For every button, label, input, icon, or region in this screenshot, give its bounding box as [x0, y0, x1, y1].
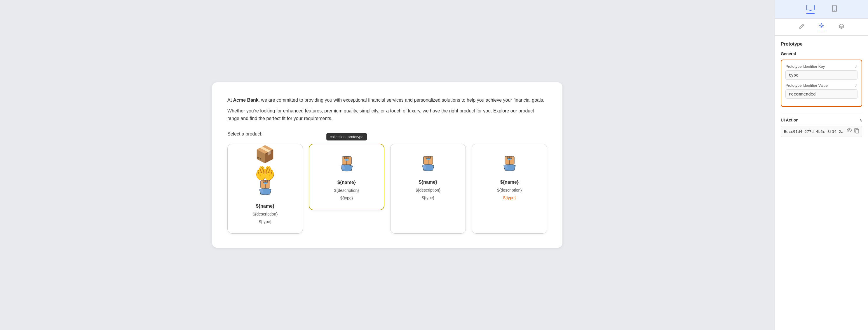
- svg-point-23: [849, 130, 850, 131]
- prototype-box: Prototype Identifier Key ⤢ type Prototyp…: [781, 60, 862, 107]
- svg-rect-7: [345, 159, 348, 161]
- svg-rect-3: [264, 182, 267, 184]
- ui-action-collapse-icon[interactable]: ∧: [859, 118, 862, 122]
- svg-point-21: [834, 10, 834, 11]
- ui-action-title: UI Action: [781, 118, 799, 122]
- svg-rect-16: [807, 5, 814, 10]
- product-emoji-2: [336, 154, 357, 177]
- mobile-tab[interactable]: [832, 5, 837, 13]
- svg-rect-24: [856, 129, 859, 133]
- product-name-2: ${name}: [337, 180, 356, 185]
- right-sidebar: Prototype General Prototype Identifier K…: [775, 0, 868, 330]
- products-grid: 📦🤲 ${name} ${description} ${type}: [227, 144, 547, 234]
- copy-icon[interactable]: [854, 128, 859, 134]
- intro-text-2: Whether you're looking for enhanced feat…: [227, 107, 547, 122]
- product-icon-1: 📦🤲: [255, 153, 276, 174]
- product-desc-4: ${description}: [497, 188, 522, 192]
- product-type-1: ${type}: [259, 219, 272, 224]
- product-emoji-3: [417, 153, 439, 177]
- sidebar-content: Prototype General Prototype Identifier K…: [775, 36, 868, 330]
- svg-point-22: [821, 25, 823, 27]
- sidebar-icon-row: [775, 19, 868, 36]
- ui-action-id: Becc91d4-277d-4b5c-8f34-27...: [784, 129, 844, 134]
- layers-icon[interactable]: [839, 23, 844, 31]
- prototype-value-label: Prototype Identifier Value ⤢: [785, 83, 858, 88]
- product-name-1: ${name}: [256, 204, 274, 209]
- selected-wrapper: collection_prototype ${name} ${de: [309, 144, 384, 234]
- content-card: At Acme Bank, we are committed to provid…: [212, 82, 562, 248]
- product-name-4: ${name}: [500, 180, 519, 185]
- product-desc-2: ${description}: [334, 188, 359, 193]
- general-title: General: [781, 51, 862, 56]
- product-type-3: ${type}: [422, 196, 435, 200]
- ui-action-icons: [847, 128, 859, 134]
- product-card-3[interactable]: ${name} ${description} ${type}: [390, 144, 466, 234]
- product-card-4[interactable]: ${name} ${description} ${type}: [472, 144, 547, 234]
- prototype-key-label: Prototype Identifier Key ⤢: [785, 64, 858, 69]
- expand-key-icon[interactable]: ⤢: [855, 64, 858, 69]
- collection-tooltip: collection_prototype: [326, 133, 367, 141]
- intro-text-1: At Acme Bank, we are committed to provid…: [227, 96, 547, 104]
- device-tabs: [775, 0, 868, 19]
- eye-icon[interactable]: [847, 128, 852, 134]
- svg-rect-11: [426, 158, 430, 160]
- ui-action-row: Becc91d4-277d-4b5c-8f34-27...: [781, 126, 862, 137]
- gear-icon[interactable]: [819, 23, 825, 31]
- prototype-key-value[interactable]: type: [785, 70, 858, 80]
- prototype-value-value[interactable]: recommended: [785, 89, 858, 99]
- product-emoji-1: [255, 177, 276, 201]
- select-label: Select a product:: [227, 131, 547, 137]
- product-name-3: ${name}: [419, 180, 437, 185]
- ui-action-header: UI Action ∧: [781, 118, 862, 122]
- svg-rect-15: [508, 158, 512, 160]
- product-emoji-4: [499, 153, 520, 177]
- expand-value-icon[interactable]: ⤢: [855, 84, 858, 88]
- product-card-2[interactable]: ${name} ${description} ${type}: [309, 144, 384, 210]
- product-type-2: ${type}: [340, 196, 353, 200]
- product-desc-1: ${description}: [253, 212, 278, 216]
- section-title: Prototype: [781, 41, 862, 47]
- product-type-4: ${type}: [503, 196, 516, 200]
- product-desc-3: ${description}: [415, 188, 440, 192]
- desktop-tab[interactable]: [806, 5, 814, 14]
- ui-action-section: UI Action ∧ Becc91d4-277d-4b5c-8f34-27..…: [781, 113, 862, 137]
- product-card-1[interactable]: 📦🤲 ${name} ${description} ${type}: [227, 144, 303, 234]
- main-canvas: At Acme Bank, we are committed to provid…: [0, 0, 775, 330]
- pencil-icon[interactable]: [799, 23, 805, 31]
- brand-name: Acme Bank: [233, 97, 258, 102]
